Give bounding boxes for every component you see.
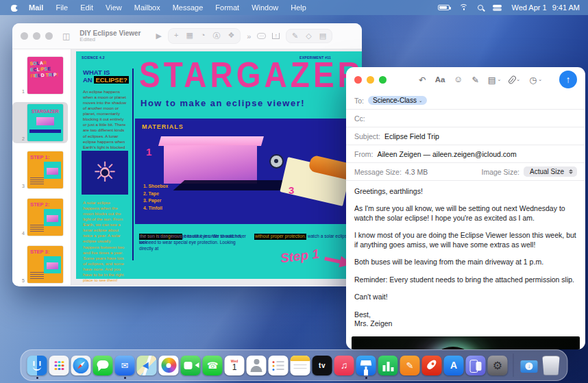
dock-item-downloads[interactable] <box>519 354 539 377</box>
from-field[interactable]: From: Aileen Zeigen — aileen.zeigen@iclo… <box>346 145 585 163</box>
contacts-icon <box>247 356 267 375</box>
menu-view[interactable]: View <box>106 3 122 12</box>
subject-field[interactable]: Subject: Eclipse Field Trip <box>346 127 585 145</box>
slide-title: STARGAZER <box>139 54 362 95</box>
chart-button[interactable]: ◔ <box>201 31 206 41</box>
dock-item-schoolwork[interactable] <box>422 354 442 377</box>
zoom-button[interactable] <box>45 32 53 40</box>
mail-window-controls[interactable] <box>354 76 387 84</box>
apple-menu-icon[interactable] <box>11 3 18 12</box>
battery-icon[interactable] <box>438 5 450 10</box>
document-status: Edited <box>79 37 140 43</box>
mail-message-body[interactable]: Greetings, earthlings!As I'm sure you al… <box>346 181 585 328</box>
animate-button[interactable]: ◇ <box>306 32 311 40</box>
attach-button[interactable]: ⌄ <box>510 75 520 84</box>
text-button[interactable]: Ⓐ <box>212 31 220 41</box>
more-toolbar-icon[interactable]: » <box>247 32 251 40</box>
dock-item-system-settings[interactable]: ⚙ <box>488 354 508 377</box>
menu-mail[interactable]: Mail <box>29 3 43 12</box>
keynote-window[interactable]: ◫ DIY Eclipse Viewer Edited ▶ + ▦ ◔ Ⓐ ❖ … <box>12 23 362 286</box>
document-button[interactable]: ▤ <box>319 32 326 40</box>
play-button[interactable]: ▶ <box>156 32 161 40</box>
menu-file[interactable]: File <box>56 3 68 12</box>
emoji-icon[interactable]: ☺ <box>454 75 463 84</box>
send-arrow-icon: ↑ <box>566 74 571 85</box>
slide-thumbnail-art: STEP 1: <box>27 151 63 188</box>
dock-item-app-store[interactable]: A <box>444 354 464 377</box>
keynote-window-controls[interactable] <box>21 32 53 40</box>
dock-item-photos[interactable] <box>159 354 179 377</box>
chevron-down-icon: ⌄ <box>419 98 422 103</box>
dock-item-mail[interactable]: ✉ <box>115 354 135 377</box>
close-button[interactable] <box>21 32 28 40</box>
undo-icon[interactable]: ↶ <box>419 75 426 85</box>
dock-item-launchpad[interactable] <box>49 354 69 377</box>
slide-thumb-3[interactable]: 3STEP 1: <box>12 149 68 190</box>
dock-item-finder[interactable] <box>27 354 47 377</box>
menu-edit[interactable]: Edit <box>80 3 93 12</box>
header-fields-icon: ▤ <box>488 75 496 85</box>
keynote-toolbar-icons: ▶ + ▦ ◔ Ⓐ ❖ » ⋯ ↑ ✎ ◇ ▤ <box>156 28 332 44</box>
writing-tools-icon[interactable]: ✎ <box>471 75 478 85</box>
dock-item-keynote[interactable] <box>356 354 376 377</box>
slide-paragraph-2: A solar eclipse happens when the moon bl… <box>83 200 127 283</box>
comment-button[interactable]: ⋯ <box>257 33 266 39</box>
menu-format[interactable]: Format <box>215 3 239 12</box>
wifi-icon[interactable] <box>459 4 468 11</box>
menu-help[interactable]: Help <box>291 3 306 12</box>
send-button[interactable]: ↑ <box>559 71 577 88</box>
sun-graphic-box: ☀ <box>82 151 128 195</box>
slide-canvas[interactable]: SCIENCE 4.2 EXPERIMENT #11 WHAT IS AN EC… <box>71 49 362 286</box>
header-fields-button[interactable]: ▤⌄ <box>488 75 502 85</box>
dock-item-notes[interactable] <box>291 354 310 377</box>
slide-thumb-2[interactable]: 2STARGAZER <box>12 102 68 143</box>
dock-item-trash[interactable] <box>541 354 561 377</box>
menu-message[interactable]: Message <box>173 3 204 12</box>
dock-item-maps[interactable] <box>137 354 157 377</box>
slide-thumb-4[interactable]: 4STEP 2: <box>12 197 68 238</box>
slide-thumb-5[interactable]: 5STEP 3: <box>12 244 68 285</box>
dock-item-contacts[interactable] <box>247 354 267 377</box>
dock-item-pages[interactable]: ✎ <box>400 354 420 377</box>
materials-heading: MATERIALS <box>142 123 184 130</box>
shape-button[interactable]: ❖ <box>228 31 234 41</box>
dock-item-music[interactable]: ♫ <box>334 354 354 377</box>
share-button[interactable]: ↑ <box>272 33 280 39</box>
mail-compose-window[interactable]: ↶ Aa ☺ ✎ ▤⌄ ⌄ ◷⌄ ↑ To: Science-Class⌄ Cc… <box>346 67 585 349</box>
insert-button[interactable]: + <box>174 31 178 41</box>
minimize-button[interactable] <box>33 32 40 40</box>
recipient-token[interactable]: Science-Class⌄ <box>368 96 427 105</box>
cc-field[interactable]: Cc: <box>346 110 585 127</box>
eclipse-photo-attachment[interactable] <box>352 336 580 349</box>
zoom-button[interactable] <box>379 76 387 84</box>
dock-item-tv[interactable]: tv <box>313 354 332 377</box>
dock-item-facetime[interactable] <box>181 354 201 377</box>
minimize-button[interactable] <box>367 76 374 84</box>
schedule-send-button[interactable]: ◷⌄ <box>529 75 542 85</box>
slide-thumb-1[interactable]: 1SOLAR ECLIPSE FIELD TRIP! <box>12 55 68 96</box>
dock-item-reminders[interactable] <box>269 354 289 377</box>
format-text-icon[interactable]: Aa <box>435 75 445 84</box>
dock-item-calendar[interactable]: Wed1 <box>225 354 245 377</box>
dock-item-messages[interactable] <box>93 354 113 377</box>
chevron-down-icon: ⌄ <box>497 77 501 82</box>
control-center-icon[interactable] <box>493 5 502 11</box>
dock-item-safari[interactable] <box>71 354 91 377</box>
close-button[interactable] <box>354 76 362 84</box>
menu-mailbox[interactable]: Mailbox <box>134 3 160 12</box>
dock-item-iphone-mirroring[interactable] <box>466 354 486 377</box>
image-size-select[interactable]: Actual Size <box>524 166 577 177</box>
table-button[interactable]: ▦ <box>186 31 193 41</box>
dock-item-numbers[interactable] <box>378 354 398 377</box>
to-field[interactable]: To: Science-Class⌄ <box>346 92 585 110</box>
spotlight-search-icon[interactable] <box>478 5 483 10</box>
menu-clock[interactable]: Wed Apr 1 9:41 AM <box>511 3 580 12</box>
menu-window[interactable]: Window <box>252 3 278 12</box>
sidebar-toggle-icon[interactable]: ◫ <box>62 32 70 41</box>
format-button[interactable]: ✎ <box>292 32 298 40</box>
running-indicator <box>36 377 38 379</box>
slide[interactable]: SCIENCE 4.2 EXPERIMENT #11 WHAT IS AN EC… <box>76 51 362 279</box>
menu-items: MailFileEditViewMailboxMessageFormatWind… <box>29 3 306 12</box>
dock-item-phone[interactable]: ☎ <box>203 354 223 377</box>
message-size-value: 4.3 MB <box>405 168 428 176</box>
